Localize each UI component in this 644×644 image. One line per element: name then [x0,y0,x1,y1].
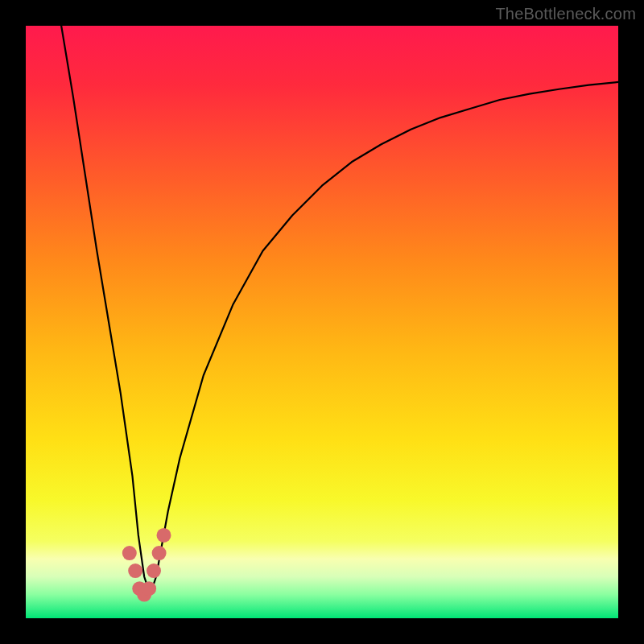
curve-layer [26,26,618,618]
highlight-marker [147,564,161,578]
plot-area [26,26,618,618]
chart-frame: TheBottleneck.com [0,0,644,644]
highlight-marker [128,564,142,578]
highlight-markers [122,528,171,602]
highlight-marker [156,528,171,543]
watermark-text: TheBottleneck.com [495,5,636,23]
highlight-marker [152,546,167,560]
highlight-marker [142,581,156,596]
highlight-marker [122,546,137,560]
bottleneck-curve [61,26,618,595]
